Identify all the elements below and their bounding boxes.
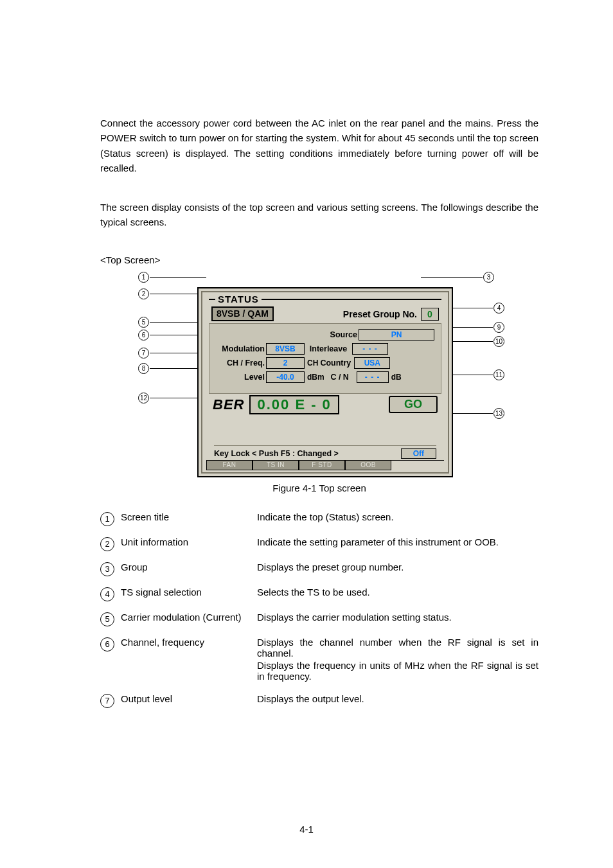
country-label: Country [318, 359, 353, 368]
legend-desc: Displays the carrier modulation setting … [257, 612, 538, 624]
legend-desc: Displays the preset group number. [257, 562, 538, 574]
legend-number: 6 [100, 637, 114, 651]
legend-term: TS signal selection [121, 587, 257, 598]
legend-number: 3 [100, 562, 114, 576]
subhead-top-screen: <Top Screen> [100, 254, 538, 265]
legend-term: Screen title [121, 511, 257, 522]
legend-row: 7Output levelDisplays the output level. [100, 693, 538, 708]
legend-number: 5 [100, 612, 114, 626]
legend-number: 4 [100, 587, 114, 601]
leader-1 [150, 277, 206, 278]
legend-row: 5Carrier modulation (Current)Displays th… [100, 612, 538, 626]
callout-3: 3 [483, 272, 494, 283]
preset-group-value[interactable]: 0 [421, 308, 439, 321]
legend-desc: Selects the TS to be used. [257, 587, 538, 599]
legend-term: Output level [121, 693, 257, 704]
ber-value: 0.00 E - 0 [249, 395, 339, 414]
cn-unit: dB [391, 373, 402, 382]
chfreq-unit: CH [307, 359, 318, 368]
country-value[interactable]: USA [354, 357, 390, 369]
callout-6: 6 [138, 330, 149, 341]
callout-5: 5 [138, 317, 149, 328]
callout-2: 2 [138, 288, 149, 299]
tab-fstd[interactable]: F STD [299, 461, 345, 470]
legend-number: 7 [100, 694, 114, 708]
preset-group-label: Preset Group No. [343, 309, 417, 319]
source-value[interactable]: PN [359, 329, 434, 341]
legend-list: 1Screen titleIndicate the top (Status) s… [100, 511, 538, 708]
callout-4: 4 [493, 303, 504, 314]
legend-term: Group [121, 562, 257, 572]
callout-1: 1 [138, 272, 149, 283]
source-label: Source [321, 330, 357, 339]
callout-10: 10 [493, 336, 504, 347]
intro-paragraph-1: Connect the accessory power cord between… [100, 116, 538, 175]
chfreq-value[interactable]: 2 [266, 357, 305, 369]
legend-row: 2Unit informationIndicate the setting pa… [100, 536, 538, 551]
callout-7: 7 [138, 348, 149, 359]
leader-3 [421, 277, 483, 278]
tab-oob[interactable]: OOB [345, 461, 391, 470]
level-label: Level [215, 373, 265, 382]
callout-13: 13 [493, 408, 504, 419]
callout-12: 12 [138, 393, 149, 403]
legend-desc: Displays the channel number when the RF … [257, 637, 538, 683]
status-screen: STATUS 8VSB / QAM Preset Group No. 0 Sou… [197, 287, 453, 477]
level-value[interactable]: -40.0 [266, 371, 305, 383]
keylock-label: Key Lock < Push F5 : Changed > [214, 449, 339, 458]
legend-term: Unit information [121, 536, 257, 547]
callout-9: 9 [493, 322, 504, 333]
tab-fan[interactable]: FAN [206, 461, 253, 470]
parameter-panel: Source PN Modulation 8VSB Interleave - -… [209, 323, 441, 394]
callout-11: 11 [493, 369, 504, 380]
page-number: 4-1 [0, 824, 613, 835]
ber-label: BER [213, 396, 244, 413]
legend-desc: Indicate the setting parameter of this i… [257, 536, 538, 549]
modulation-label: Modulation [215, 344, 265, 353]
interleave-value[interactable]: - - - [352, 343, 388, 355]
mode-tab[interactable]: 8VSB / QAM [211, 306, 274, 321]
cn-value[interactable]: - - - [357, 371, 389, 383]
tab-tsin[interactable]: TS IN [253, 461, 299, 470]
legend-number: 1 [100, 512, 114, 526]
legend-desc: Displays the output level. [257, 693, 538, 705]
cn-label: C / N [324, 373, 355, 382]
interleave-label: Interleave [306, 344, 351, 353]
keylock-value[interactable]: Off [401, 448, 436, 459]
modulation-value[interactable]: 8VSB [266, 343, 305, 355]
legend-term: Channel, frequency [121, 637, 257, 648]
go-button[interactable]: GO [389, 396, 438, 413]
level-unit: dBm [307, 373, 324, 382]
callout-8: 8 [138, 363, 149, 374]
chfreq-label: CH / Freq. [215, 359, 265, 368]
legend-row: 4TS signal selectionSelects the TS to be… [100, 587, 538, 601]
legend-row: 6Channel, frequencyDisplays the channel … [100, 637, 538, 683]
legend-desc: Indicate the top (Status) screen. [257, 511, 538, 524]
screen-title: STATUS [215, 294, 262, 305]
figure-caption: Figure 4-1 Top screen [100, 483, 538, 493]
legend-term: Carrier modulation (Current) [121, 612, 257, 623]
legend-number: 2 [100, 537, 114, 551]
legend-row: 3GroupDisplays the preset group number. [100, 562, 538, 576]
screenshot-figure: 1 2 5 6 7 8 12 3 4 9 10 11 13 STATUS 8VS… [133, 272, 506, 477]
intro-paragraph-2: The screen display consists of the top s… [100, 200, 538, 230]
bottom-tabs: FAN TS IN F STD OOB [206, 460, 444, 470]
legend-row: 1Screen titleIndicate the top (Status) s… [100, 511, 538, 526]
